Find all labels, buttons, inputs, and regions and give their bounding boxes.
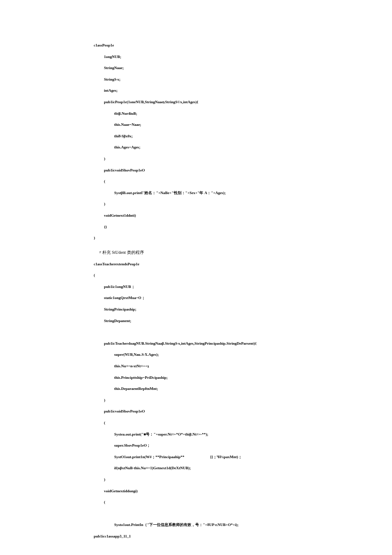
code-line bbox=[94, 329, 298, 335]
code-line: ) bbox=[94, 201, 298, 207]
code-line: 1ongNUB; bbox=[94, 54, 298, 60]
code-line: Systea.out.print("■号："+super.Nt≡+*O*+thi… bbox=[94, 432, 298, 437]
code-line: ) bbox=[94, 398, 298, 403]
code-line: StringDepanent; bbox=[94, 318, 298, 324]
code-line: StringPrincipaship; bbox=[94, 307, 298, 312]
code-line: super.SbovPeop1eO； bbox=[94, 443, 298, 448]
code-line bbox=[94, 511, 298, 517]
code-line: this.DeparaentRepftnMnt; bbox=[94, 386, 298, 392]
code-line: c1assPeop1e bbox=[94, 43, 298, 48]
code-line: if(nβxtNuB-this.Nu≡=1)Getnext1d(DeXtNUB)… bbox=[94, 465, 298, 471]
code-line: ) bbox=[94, 477, 298, 482]
code-line: {} bbox=[94, 224, 298, 230]
code-line: pub1icPeop1e(1oneNUB,StringNaae₁StringS©… bbox=[94, 99, 298, 105]
code-line: ) bbox=[94, 156, 298, 162]
code-line: ( bbox=[94, 500, 298, 505]
code-line: ( bbox=[94, 179, 298, 184]
code-line: pub1ic1ongNUB； bbox=[94, 284, 298, 290]
code-line: tbiβ.Nur4iuB; bbox=[94, 111, 298, 116]
comment-line: 〃朴充 StUdent 类的程序 bbox=[94, 250, 298, 256]
code-line: intAges; bbox=[94, 88, 298, 93]
code-line: c1assTeacherextendsPeop1e bbox=[94, 262, 298, 267]
code-line: static1ongQextMua=O； bbox=[94, 295, 298, 301]
document-page: c1assPeop1e1ongNUB;StringNaae;StringS·x;… bbox=[0, 0, 392, 555]
code-line: this.Nu≡=n·xtNt≡++₁ bbox=[94, 363, 298, 369]
code-line: SystO1out.print1n(W#；**Principaahip** []… bbox=[94, 454, 298, 460]
code-line: voidGetnext1ddnti) bbox=[94, 213, 298, 218]
code-line: Systo1out.PrintIn（"下一位信息系教师的有效，号："+8UP·r… bbox=[94, 522, 298, 528]
code-line: ( bbox=[94, 420, 298, 426]
code-line: StringNaae; bbox=[94, 65, 298, 71]
code-line: SystβB.out.printΓ'姓名："+NaBe+"性别："+Sex+"年… bbox=[94, 190, 298, 196]
code-line: pub1icTeacherdoagNUB.StringNaaβ.StringS·… bbox=[94, 341, 298, 346]
code-line: super(NUB,Naк.S·X.Ages); bbox=[94, 352, 298, 357]
code-line: this.Ages=Ages; bbox=[94, 145, 298, 150]
code-line: this.Naae=Naae; bbox=[94, 122, 298, 128]
code-line: thi8·Sβx0x; bbox=[94, 134, 298, 139]
code-line: pub1icvoidSbovPeop1eO bbox=[94, 409, 298, 414]
code-line: } bbox=[94, 235, 298, 241]
code-line: ( bbox=[94, 273, 298, 278]
code-line: pub1icvoidShovPeop1eO bbox=[94, 168, 298, 173]
code-block-1: c1assPeop1e1ongNUB;StringNaae;StringS·x;… bbox=[94, 43, 298, 241]
code-line: voidGetnextiddongi) bbox=[94, 488, 298, 494]
code-line: pub1icc1assapp3_11_1 bbox=[94, 534, 298, 539]
code-line: StringS·x; bbox=[94, 77, 298, 82]
code-line: this.Principttship=PriDcipaship; bbox=[94, 375, 298, 381]
code-block-2: c1assTeacherextendsPeop1e(pub1ic1ongNUB；… bbox=[94, 262, 298, 539]
